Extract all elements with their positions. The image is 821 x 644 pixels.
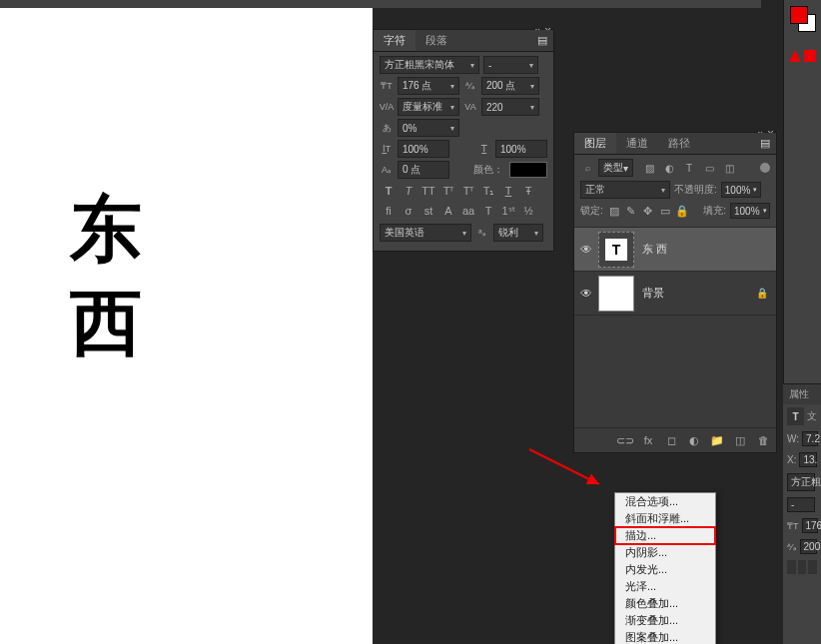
titling-button[interactable]: T [479, 202, 497, 220]
faux-bold-button[interactable]: T [380, 182, 398, 200]
fx-blending-options[interactable]: 混合选项... [615, 493, 715, 510]
prop-size-input[interactable]: 176 [802, 518, 818, 533]
align-left-button[interactable] [787, 560, 796, 574]
lock-all-icon[interactable]: 🔒 [675, 204, 689, 218]
baseline-input[interactable]: 0 点 [398, 161, 449, 179]
subscript-button[interactable]: T₁ [479, 182, 497, 200]
prop-style-select[interactable]: - [787, 497, 815, 512]
lock-artboard-icon[interactable]: ▭ [658, 204, 672, 218]
kerning-icon: V/A [380, 100, 394, 114]
foreground-color-swatch[interactable] [790, 6, 808, 24]
layer-name[interactable]: 东 西 [642, 242, 667, 257]
blend-mode-select[interactable]: 正常 [580, 181, 670, 199]
fx-color-overlay[interactable]: 颜色叠加... [615, 595, 715, 612]
layers-tabs: 图层 通道 路径 ▤ [574, 133, 776, 155]
swash-button[interactable]: A [439, 202, 457, 220]
lock-icon[interactable]: 🔒 [756, 288, 768, 299]
new-layer-button[interactable]: ◫ [731, 431, 749, 449]
adjustment-button[interactable]: ◐ [685, 431, 703, 449]
tab-paragraph[interactable]: 段落 [415, 30, 457, 51]
fill-label: 填充: [703, 204, 726, 218]
x-input[interactable]: 13. [799, 452, 817, 467]
canvas-text-layer[interactable]: 东 西 [70, 183, 142, 369]
language-select[interactable]: 美国英语 [380, 224, 471, 242]
antialias-select[interactable]: 锐利 [493, 224, 543, 242]
fx-stroke[interactable]: 描边... [615, 527, 715, 544]
vscale-icon: T̲ [477, 142, 491, 156]
layer-name[interactable]: 背景 [642, 286, 664, 301]
lock-pixels-icon[interactable]: ✎ [624, 204, 638, 218]
faux-italic-button[interactable]: T [400, 182, 417, 200]
tab-paths[interactable]: 路径 [658, 133, 700, 154]
stylistic-button[interactable]: aa [459, 202, 477, 220]
panel-menu-icon[interactable]: ▤ [531, 34, 553, 47]
type-badge-icon: T [787, 407, 804, 425]
color-swatches[interactable] [790, 6, 816, 32]
link-layers-button[interactable]: ⊂⊃ [616, 431, 634, 449]
layer-thumbnail[interactable]: T [598, 232, 634, 268]
visibility-toggle[interactable]: 👁 [574, 243, 598, 257]
vert-scale-select[interactable]: 0% [398, 119, 459, 137]
fx-inner-glow[interactable]: 内发光... [615, 561, 715, 578]
canvas[interactable]: 东 西 [0, 8, 373, 644]
filter-kind-select[interactable]: 类型 ▾ [598, 159, 633, 177]
filter-image-icon[interactable]: ▨ [641, 160, 657, 176]
delete-layer-button[interactable]: 🗑 [754, 431, 772, 449]
underline-button[interactable]: T [499, 182, 517, 200]
layer-item-background[interactable]: 👁 背景 🔒 [574, 272, 776, 316]
type-label: 文 [807, 409, 817, 423]
tab-channels[interactable]: 通道 [616, 133, 658, 154]
layers-footer: ⊂⊃ fx ◻ ◐ 📁 ◫ 🗑 [574, 427, 776, 452]
lock-transparency-icon[interactable]: ▨ [607, 204, 621, 218]
text-char-2: 西 [70, 283, 142, 362]
layer-item-text[interactable]: 👁 T 东 西 [574, 228, 776, 272]
vscale-input[interactable]: 100% [495, 140, 547, 158]
kerning-select[interactable]: 度量标准 [398, 98, 459, 116]
filter-shape-icon[interactable]: ▭ [701, 160, 717, 176]
strikethrough-button[interactable]: Ŧ [519, 182, 537, 200]
fx-gradient-overlay[interactable]: 渐变叠加... [615, 612, 715, 629]
discretionary-button[interactable]: st [419, 202, 437, 220]
filter-adjust-icon[interactable]: ◐ [661, 160, 677, 176]
folder-button[interactable]: 📁 [708, 431, 726, 449]
hscale-input[interactable]: 100% [398, 140, 449, 158]
prop-leading-input[interactable]: 200 [800, 539, 817, 554]
fractions-button[interactable]: ½ [519, 202, 537, 220]
fx-inner-shadow[interactable]: 内阴影... [615, 544, 715, 561]
x-label: X: [787, 454, 796, 465]
hscale-icon: I̲T [380, 142, 394, 156]
opacity-input[interactable]: 100% [721, 182, 761, 198]
tab-layers[interactable]: 图层 [574, 133, 616, 154]
text-color-swatch[interactable] [509, 162, 547, 178]
ordinals-button[interactable]: 1ˢᵗ [499, 202, 517, 220]
visibility-toggle[interactable]: 👁 [574, 287, 598, 301]
align-center-button[interactable] [798, 560, 807, 574]
leading-select[interactable]: 200 点 [481, 77, 539, 95]
fill-input[interactable]: 100% [730, 203, 770, 219]
fx-bevel-emboss[interactable]: 斜面和浮雕... [615, 510, 715, 527]
mask-button[interactable]: ◻ [662, 431, 680, 449]
fx-pattern-overlay[interactable]: 图案叠加... [615, 629, 715, 644]
allcaps-button[interactable]: TT [419, 182, 437, 200]
width-input[interactable]: 7.2 [802, 431, 818, 446]
tab-character[interactable]: 字符 [374, 30, 415, 51]
smallcaps-button[interactable]: Tᵀ [439, 182, 457, 200]
ruler-horizontal[interactable] [0, 0, 761, 8]
lock-position-icon[interactable]: ✥ [641, 204, 655, 218]
superscript-button[interactable]: Tᵀ [459, 182, 477, 200]
font-style-select[interactable]: - [483, 56, 538, 74]
tracking-select[interactable]: 220 [481, 98, 539, 116]
filter-toggle[interactable] [760, 163, 770, 173]
align-right-button[interactable] [808, 560, 817, 574]
fx-button[interactable]: fx [639, 431, 657, 449]
alt-button[interactable]: σ [400, 202, 417, 220]
filter-smart-icon[interactable]: ◫ [721, 160, 737, 176]
ligature-button[interactable]: fi [380, 202, 398, 220]
filter-type-icon[interactable]: T [681, 160, 697, 176]
font-family-select[interactable]: 方正粗黑宋简体 [380, 56, 479, 74]
font-size-select[interactable]: 176 点 [398, 77, 459, 95]
fx-satin[interactable]: 光泽... [615, 578, 715, 595]
layer-thumbnail[interactable] [598, 276, 634, 312]
prop-font-select[interactable]: 方正粗 [787, 473, 815, 491]
panel-menu-icon[interactable]: ▤ [754, 137, 776, 150]
